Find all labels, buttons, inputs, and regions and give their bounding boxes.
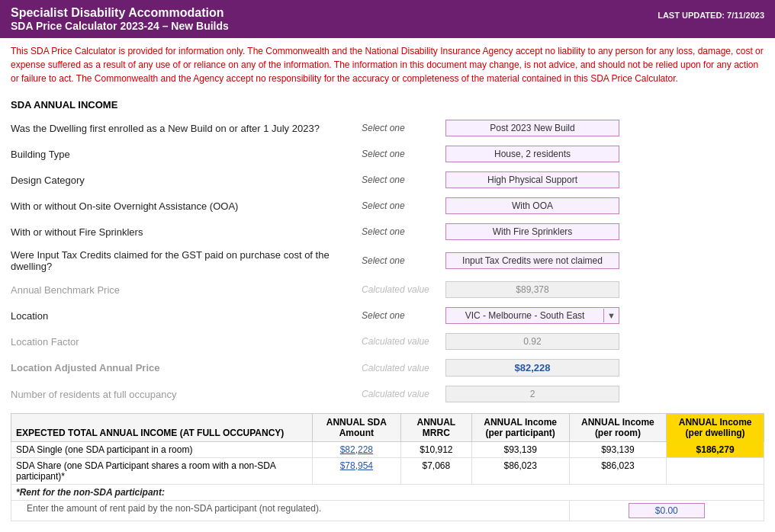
form-row-value: 2 bbox=[445, 386, 621, 402]
form-row-value: $89,378 bbox=[445, 281, 621, 298]
form-row-value[interactable]: With OOA bbox=[445, 197, 621, 214]
form-row-select-label: Select one bbox=[362, 226, 445, 237]
header-subtitle: SDA Price Calculator 2023-24 – New Build… bbox=[11, 20, 229, 32]
sub-label: *Rent for the non-SDA participant: bbox=[11, 485, 764, 501]
row-sda-amount: $82,228 bbox=[312, 442, 400, 458]
form-row-label: Was the Dwelling first enrolled as a New… bbox=[11, 123, 362, 134]
col-header-mrrc: ANNUALMRRC bbox=[400, 414, 471, 442]
form-row-label: With or without On-site Overnight Assist… bbox=[11, 200, 362, 212]
form-row-select-label: Select one bbox=[362, 200, 445, 211]
form-row-select-label: Select one bbox=[362, 310, 445, 321]
form-row-select-label: Select one bbox=[362, 175, 445, 185]
col-header-per-dwelling: ANNUAL Income(per dwelling) bbox=[667, 414, 764, 442]
form-row: With or without Fire SprinklersSelect on… bbox=[11, 219, 764, 245]
form-row: LocationSelect oneVIC - Melbourne - Sout… bbox=[11, 303, 764, 328]
header-title: Specialist Disability Accommodation bbox=[11, 6, 229, 20]
form-row-select-label: Select one bbox=[362, 123, 445, 133]
select-box[interactable]: High Physical Support bbox=[445, 171, 619, 188]
form-row-select-label: Select one bbox=[362, 149, 445, 159]
form-row: Annual Benchmark PriceCalculated value$8… bbox=[11, 277, 764, 303]
form-row-value: 0.92 bbox=[445, 333, 621, 350]
row-label: SDA Share (one SDA Participant shares a … bbox=[11, 458, 313, 485]
col-header-per-participant: ANNUAL Income(per participant) bbox=[471, 414, 569, 442]
form-row-label: Location bbox=[11, 310, 362, 322]
col-header-sda: ANNUAL SDAAmount bbox=[312, 414, 400, 442]
last-updated-value: 7/11/2023 bbox=[727, 11, 764, 20]
col-header-title: EXPECTED TOTAL ANNUAL INCOME (AT FULL OC… bbox=[11, 414, 313, 442]
form-row: Design CategorySelect oneHigh Physical S… bbox=[11, 167, 764, 193]
row-per-dwelling bbox=[667, 458, 764, 485]
table-row: SDA Single (one SDA participant in a roo… bbox=[11, 442, 764, 458]
calc-box: 2 bbox=[445, 386, 619, 402]
form-row-select-label: Select one bbox=[362, 255, 445, 266]
select-box[interactable]: Post 2023 New Build bbox=[445, 120, 619, 136]
row-mrrc: $7,068 bbox=[400, 458, 471, 485]
form-row: Were Input Tax Credits claimed for the G… bbox=[11, 245, 764, 277]
form-row: Building TypeSelect oneHouse, 2 resident… bbox=[11, 141, 764, 167]
form-row-value[interactable]: Input Tax Credits were not claimed bbox=[445, 252, 621, 269]
form-row-select-label: Calculated value bbox=[362, 336, 445, 347]
form-row: Number of residents at full occupancyCal… bbox=[11, 381, 764, 407]
form-row: Location Adjusted Annual PriceCalculated… bbox=[11, 354, 764, 381]
disclaimer-text: This SDA Price Calculator is provided fo… bbox=[0, 38, 775, 91]
last-updated-label: LAST UPDATED: bbox=[658, 11, 725, 20]
row-per-participant: $93,139 bbox=[471, 442, 569, 458]
income-table-wrapper: EXPECTED TOTAL ANNUAL INCOME (AT FULL OC… bbox=[0, 413, 775, 521]
row-per-dwelling: $186,279 bbox=[667, 442, 764, 458]
row-label: SDA Single (one SDA participant in a roo… bbox=[11, 442, 313, 458]
select-box[interactable]: House, 2 residents bbox=[445, 146, 619, 162]
table-row: SDA Share (one SDA Participant shares a … bbox=[11, 458, 764, 485]
row-per-participant: $86,023 bbox=[471, 458, 569, 485]
form-row-value[interactable]: VIC - Melbourne - South East▼ bbox=[445, 307, 621, 324]
form-row-value[interactable]: With Fire Sprinklers bbox=[445, 223, 621, 240]
form-row-label: Design Category bbox=[11, 175, 362, 186]
row-sda-amount: $78,954 bbox=[312, 458, 400, 485]
select-box[interactable]: With OOA bbox=[445, 197, 619, 214]
form-row-label: Location Adjusted Annual Price bbox=[11, 362, 362, 373]
form-row: Location FactorCalculated value0.92 bbox=[11, 328, 764, 354]
calc-box: 0.92 bbox=[445, 333, 619, 350]
select-box-with-arrow[interactable]: VIC - Melbourne - South East▼ bbox=[445, 307, 619, 324]
form-row-label: With or without Fire Sprinklers bbox=[11, 226, 362, 238]
rent-input[interactable] bbox=[629, 503, 705, 518]
form-row-value[interactable]: Post 2023 New Build bbox=[445, 120, 621, 136]
form-row-value[interactable]: High Physical Support bbox=[445, 171, 621, 188]
row-per-room: $86,023 bbox=[569, 458, 667, 485]
form-row-label: Building Type bbox=[11, 149, 362, 160]
income-table: EXPECTED TOTAL ANNUAL INCOME (AT FULL OC… bbox=[11, 413, 764, 521]
form-row-select-label: Calculated value bbox=[362, 363, 445, 373]
form-area: Was the Dwelling first enrolled as a New… bbox=[0, 115, 775, 407]
form-row-select-label: Calculated value bbox=[362, 284, 445, 295]
dropdown-arrow-icon[interactable]: ▼ bbox=[603, 309, 619, 322]
form-row-select-label: Calculated value bbox=[362, 389, 445, 399]
sub-enter-row: Enter the amount of rent paid by the non… bbox=[11, 501, 764, 521]
header-bar: Specialist Disability Accommodation SDA … bbox=[0, 0, 775, 38]
col-header-per-room: ANNUAL Income(per room) bbox=[569, 414, 667, 442]
calc-box: $89,378 bbox=[445, 281, 619, 298]
row-mrrc: $10,912 bbox=[400, 442, 471, 458]
select-box[interactable]: With Fire Sprinklers bbox=[445, 223, 619, 240]
row-per-room: $93,139 bbox=[569, 442, 667, 458]
sub-label-row: *Rent for the non-SDA participant: bbox=[11, 485, 764, 501]
form-row-label: Annual Benchmark Price bbox=[11, 284, 362, 296]
form-row-label: Were Input Tax Credits claimed for the G… bbox=[11, 249, 362, 272]
form-row-label: Location Factor bbox=[11, 336, 362, 348]
form-row-value[interactable]: House, 2 residents bbox=[445, 146, 621, 162]
form-row: With or without On-site Overnight Assist… bbox=[11, 193, 764, 219]
sub-enter-label: Enter the amount of rent paid by the non… bbox=[11, 501, 570, 521]
calc-box-blue: $82,228 bbox=[445, 359, 619, 377]
form-row-label: Number of residents at full occupancy bbox=[11, 389, 362, 400]
rent-input-cell[interactable] bbox=[569, 501, 764, 521]
select-box[interactable]: Input Tax Credits were not claimed bbox=[445, 252, 619, 269]
form-row-value: $82,228 bbox=[445, 359, 621, 377]
select-text: VIC - Melbourne - South East bbox=[446, 308, 603, 323]
section-title: SDA ANNUAL INCOME bbox=[0, 91, 775, 115]
form-row: Was the Dwelling first enrolled as a New… bbox=[11, 115, 764, 141]
